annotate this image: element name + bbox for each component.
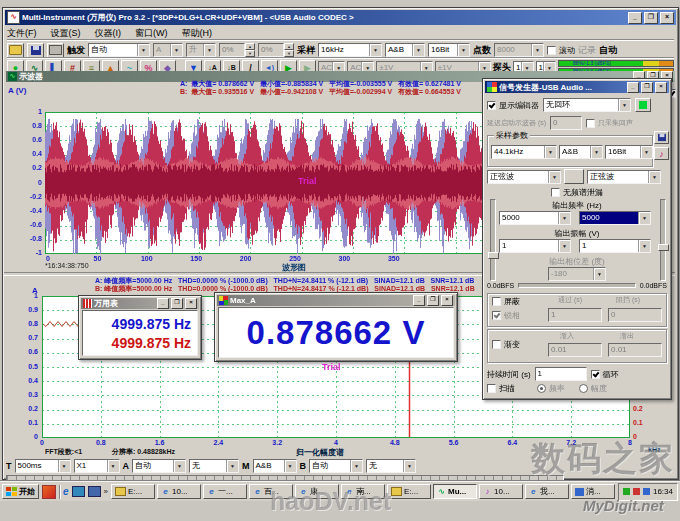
- chevron-down-icon[interactable]: ▼: [369, 44, 381, 56]
- menu-i[interactable]: 仪器(I): [95, 27, 122, 40]
- zoom-combo[interactable]: X1▼: [74, 459, 120, 473]
- chevron-down-icon[interactable]: ▼: [590, 146, 602, 158]
- sample-rate-combo[interactable]: 16kHz▼: [318, 43, 382, 57]
- siggen-restore-button[interactable]: ❐: [641, 82, 653, 93]
- spin-up-icon[interactable]: ▲: [245, 43, 255, 50]
- task-button-1[interactable]: e10...: [157, 484, 201, 499]
- chevron-down-icon[interactable]: ▼: [618, 99, 630, 111]
- loop-mode-combo[interactable]: 无回环▼: [543, 98, 631, 112]
- quicklaunch-overflow-chevron[interactable]: »: [104, 487, 108, 496]
- chevron-down-icon[interactable]: ▼: [226, 460, 238, 472]
- multimeter-restore-button[interactable]: ❐: [171, 298, 183, 309]
- chevron-down-icon[interactable]: ▼: [593, 268, 605, 280]
- fadeout-field[interactable]: 0.01: [608, 343, 662, 357]
- chevron-down-icon[interactable]: ▼: [284, 460, 296, 472]
- task-button-5[interactable]: e南...: [341, 484, 385, 499]
- task-button-10[interactable]: 消...: [571, 484, 615, 499]
- points-combo[interactable]: 8000▼: [494, 43, 544, 57]
- phase-combo[interactable]: -180▼: [548, 267, 606, 281]
- filter-a-combo[interactable]: 无▼: [189, 459, 239, 473]
- fade-checkbox[interactable]: 渐变: [492, 339, 520, 350]
- menu-w[interactable]: 窗口(W): [135, 27, 168, 40]
- task-button-2[interactable]: e一...: [203, 484, 247, 499]
- max-a-close-button[interactable]: ×: [441, 295, 453, 306]
- show-editor-checkbox[interactable]: 显示编辑器: [487, 100, 539, 111]
- quicklaunch-media-icon[interactable]: [42, 485, 56, 499]
- save-icon[interactable]: [27, 43, 44, 58]
- task-button-7[interactable]: ∿Mu...: [433, 484, 477, 499]
- sweep-frequency-radio[interactable]: 频率: [537, 383, 565, 394]
- print-icon[interactable]: [47, 43, 64, 58]
- gen-channels-combo[interactable]: A&B▼: [559, 145, 603, 159]
- spinner-arrows[interactable]: ▲▼: [245, 43, 255, 57]
- level-slider-a[interactable]: [490, 199, 496, 281]
- trigger-level-spinner[interactable]: 0%▲▼: [219, 43, 255, 57]
- max-a-restore-button[interactable]: ❐: [427, 295, 439, 306]
- sample-bits-combo[interactable]: 16Bit▼: [428, 43, 470, 57]
- scale-a-combo[interactable]: 自动▼: [132, 459, 186, 473]
- quicklaunch-desktop-icon[interactable]: [88, 486, 101, 497]
- chevron-down-icon[interactable]: ▼: [173, 460, 185, 472]
- open-icon[interactable]: [7, 43, 24, 58]
- siggen-titlebar[interactable]: 信号发生器-USB Audio ... _ ❐ ×: [485, 81, 669, 93]
- wave-b-combo[interactable]: 正弦波▼: [587, 170, 661, 184]
- editor-go-button[interactable]: [635, 98, 651, 112]
- chevron-down-icon[interactable]: ▼: [638, 240, 650, 252]
- trigger-source-combo[interactable]: A▼: [153, 43, 183, 57]
- amp-b-combo[interactable]: 1▼: [579, 239, 651, 253]
- freq-a-combo[interactable]: 5000▼: [499, 211, 571, 225]
- multimeter-titlebar[interactable]: 万用表 _ ❐ ×: [81, 298, 199, 309]
- chevron-down-icon[interactable]: ▼: [531, 44, 543, 56]
- scroll-checkbox[interactable]: 滚动: [547, 45, 575, 56]
- task-button-9[interactable]: e我...: [525, 484, 569, 499]
- filter-b-combo[interactable]: 无▼: [366, 459, 416, 473]
- trigger-mode-combo[interactable]: 自动▼: [88, 43, 150, 57]
- main-titlebar[interactable]: ∿ Multi-Instrument (万用仪) Pro 3.2 - [*3DP…: [5, 10, 676, 25]
- trigger-delay-spinner[interactable]: 0%▲▼: [258, 43, 294, 57]
- sample-channels-combo[interactable]: A&B▼: [385, 43, 425, 57]
- sweep-checkbox[interactable]: 扫描: [487, 383, 515, 394]
- music-note-icon[interactable]: ♪: [654, 147, 669, 160]
- multimeter-minimize-button[interactable]: _: [157, 298, 169, 309]
- tray-volume-icon[interactable]: [623, 488, 630, 495]
- chevron-down-icon[interactable]: ▼: [544, 146, 556, 158]
- gen-bits-combo[interactable]: 16Bit▼: [605, 145, 653, 159]
- chevron-down-icon[interactable]: ▼: [638, 212, 650, 224]
- max-a-minimize-button[interactable]: _: [413, 295, 425, 306]
- no-leakage-checkbox[interactable]: 无频谱泄漏: [551, 187, 603, 198]
- level-slider-b[interactable]: [660, 199, 666, 281]
- start-button[interactable]: 开始: [2, 484, 39, 499]
- echo-only-checkbox[interactable]: 只采集回声: [586, 118, 633, 128]
- tray-clock[interactable]: 16:34: [653, 487, 673, 496]
- task-button-0[interactable]: E:...: [111, 484, 155, 499]
- max-a-titlebar[interactable]: Max_A _ ❐ ×: [217, 295, 455, 306]
- chevron-down-icon[interactable]: ▼: [548, 171, 560, 183]
- task-button-6[interactable]: E:...: [387, 484, 431, 499]
- tray-antivirus-icon[interactable]: [633, 488, 640, 495]
- spin-down-icon[interactable]: ▼: [245, 50, 255, 57]
- task-button-4[interactable]: e康...: [295, 484, 339, 499]
- spin-down-icon[interactable]: ▼: [284, 50, 294, 57]
- math-combo[interactable]: A&B▼: [253, 459, 297, 473]
- siggen-minimize-button[interactable]: _: [627, 82, 639, 93]
- quicklaunch-ie-icon[interactable]: e: [63, 486, 69, 497]
- chevron-down-icon[interactable]: ▼: [648, 171, 660, 183]
- spinner-arrows[interactable]: ▲▼: [284, 43, 294, 57]
- chevron-down-icon[interactable]: ▼: [412, 44, 424, 56]
- block-field[interactable]: 0: [608, 308, 662, 322]
- balance-slider[interactable]: [518, 283, 636, 288]
- menu-s[interactable]: 设置(S): [51, 27, 81, 40]
- spin-up-icon[interactable]: ▲: [284, 43, 294, 50]
- sweep-amplitude-radio[interactable]: 幅度: [579, 383, 607, 394]
- siggen-close-button[interactable]: ×: [655, 82, 667, 93]
- chevron-down-icon[interactable]: ▼: [137, 44, 149, 56]
- wave-link-button[interactable]: [564, 169, 584, 184]
- menu-f[interactable]: 文件(F): [7, 27, 37, 40]
- sweep-time-combo[interactable]: 500ms▼: [15, 459, 71, 473]
- menu-h[interactable]: 帮助(H): [182, 27, 213, 40]
- gen-save-icon[interactable]: [654, 131, 669, 144]
- chevron-down-icon[interactable]: ▼: [203, 44, 215, 56]
- chevron-down-icon[interactable]: ▼: [403, 460, 415, 472]
- quicklaunch-mail-icon[interactable]: [72, 486, 85, 497]
- multimeter-close-button[interactable]: ×: [185, 298, 197, 309]
